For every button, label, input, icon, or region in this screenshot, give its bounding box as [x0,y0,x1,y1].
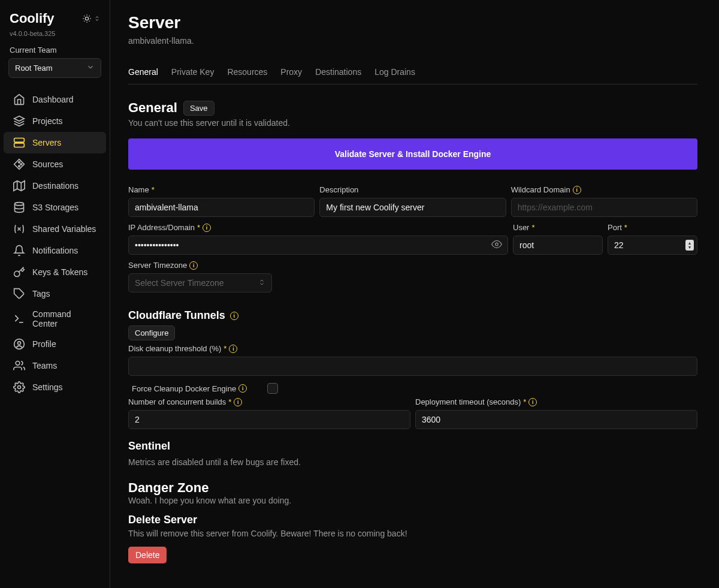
terminal-icon [13,313,25,325]
map-icon [13,180,25,192]
name-label: Name * [128,185,315,194]
sidebar-item-label: Teams [32,361,57,370]
sidebar-item-label: S3 Storages [32,203,78,212]
svg-rect-2 [14,138,25,143]
tab-resources[interactable]: Resources [227,67,267,77]
tab-private-key[interactable]: Private Key [171,67,215,77]
general-desc: You can't use this server until it is va… [128,118,697,128]
info-icon[interactable]: i [203,224,211,232]
home-icon [13,94,25,105]
info-icon[interactable]: i [189,261,198,270]
ip-input[interactable] [128,236,508,255]
disk-input[interactable] [128,357,697,376]
tab-destinations[interactable]: Destinations [315,67,361,77]
svg-point-18 [18,386,21,389]
nav: Dashboard Projects Servers Sources Desti… [0,89,110,398]
name-input[interactable] [128,198,315,217]
sidebar-item-label: Shared Variables [32,224,96,234]
desc-label: Description [319,185,506,194]
users-icon [13,360,25,372]
page-title: Server [128,13,697,32]
sidebar-item-notifications[interactable]: Notifications [4,240,106,261]
team-select[interactable]: Root Team [8,58,101,78]
sidebar-item-label: Tags [32,289,50,298]
gear-icon [13,381,25,393]
sidebar-item-servers[interactable]: Servers [4,132,106,153]
variable-icon [13,223,25,235]
builds-input[interactable] [128,410,410,429]
sidebar-item-keys[interactable]: Keys & Tokens [4,261,106,283]
configure-button[interactable]: Configure [128,325,175,340]
database-icon [13,201,25,213]
sidebar-item-label: Destinations [32,181,78,191]
bell-icon [13,245,25,257]
tz-select[interactable]: Select Server Timezone [128,273,272,293]
desc-input[interactable] [319,198,506,217]
tab-general[interactable]: General [128,67,158,77]
sidebar-item-label: Notifications [32,246,78,255]
layers-icon [13,115,25,127]
chevron-down-icon [86,63,95,73]
sidebar-item-label: Settings [32,382,63,392]
sidebar-item-tags[interactable]: Tags [4,283,106,304]
sidebar-item-s3[interactable]: S3 Storages [4,197,106,218]
sidebar-item-profile[interactable]: Profile [4,333,106,355]
tag-icon [13,288,25,300]
chevron-updown-icon [258,278,265,288]
info-icon[interactable]: i [234,398,242,406]
tabs: General Private Key Resources Proxy Dest… [128,67,697,85]
tz-label: Server Timezone i [128,261,272,270]
tab-proxy[interactable]: Proxy [280,67,302,77]
sidebar-item-label: Command Center [32,309,96,328]
delete-heading: Delete Server [128,514,697,526]
force-cleanup-label: Force Cleanup Docker Engine i [132,384,247,393]
wildcard-input[interactable] [511,198,697,217]
sidebar-item-projects[interactable]: Projects [4,110,106,132]
svg-point-7 [19,165,20,167]
cloudflare-heading: Cloudflare Tunnels [128,309,225,322]
sidebar-item-settings[interactable]: Settings [4,376,106,398]
info-icon[interactable]: i [229,345,237,353]
save-button[interactable]: Save [183,101,215,116]
eye-icon[interactable] [491,239,502,252]
port-input[interactable] [608,236,697,255]
number-spinner-icon[interactable]: ▲▼ [685,240,694,251]
git-icon [13,158,25,170]
sidebar-item-label: Dashboard [32,95,74,104]
sentinel-desc: Metrics are disabled until a few bugs ar… [128,457,697,467]
force-cleanup-checkbox[interactable] [267,383,278,394]
wildcard-label: Wildcard Domain i [511,185,697,194]
sidebar-item-command-center[interactable]: Command Center [4,304,106,333]
delete-desc: This will remove this server from Coolif… [128,529,697,538]
user-input[interactable] [513,236,603,255]
svg-marker-9 [14,181,25,191]
timeout-label: Deployment timeout (seconds) * i [415,397,697,406]
info-icon[interactable]: i [230,312,238,320]
main: Server ambivalent-llama. General Private… [110,0,719,588]
svg-point-17 [16,361,20,366]
info-icon[interactable]: i [238,384,247,393]
danger-heading: Danger Zone [128,480,697,496]
user-label: User * [513,223,603,232]
sidebar: Coolify v4.0.0-beta.325 Current Team Roo… [0,0,110,588]
info-icon[interactable]: i [573,186,581,194]
sidebar-item-shared-vars[interactable]: Shared Variables [4,218,106,240]
sidebar-item-teams[interactable]: Teams [4,355,106,376]
tab-log-drains[interactable]: Log Drains [374,67,415,77]
sidebar-item-destinations[interactable]: Destinations [4,175,106,197]
validate-button[interactable]: Validate Server & Install Docker Engine [128,138,697,170]
sidebar-item-dashboard[interactable]: Dashboard [4,89,106,110]
sidebar-item-sources[interactable]: Sources [4,153,106,175]
server-icon [13,137,25,149]
timeout-input[interactable] [415,410,697,429]
sidebar-item-label: Keys & Tokens [32,267,87,277]
theme-toggle[interactable] [82,14,100,23]
ip-label: IP Address/Domain * i [128,223,508,232]
svg-point-8 [20,164,22,165]
key-icon [13,266,25,278]
page-subtitle: ambivalent-llama. [128,36,697,46]
info-icon[interactable]: i [528,398,537,406]
team-selected: Root Team [15,64,53,73]
delete-button[interactable]: Delete [128,547,167,563]
sidebar-item-label: Profile [32,339,56,349]
